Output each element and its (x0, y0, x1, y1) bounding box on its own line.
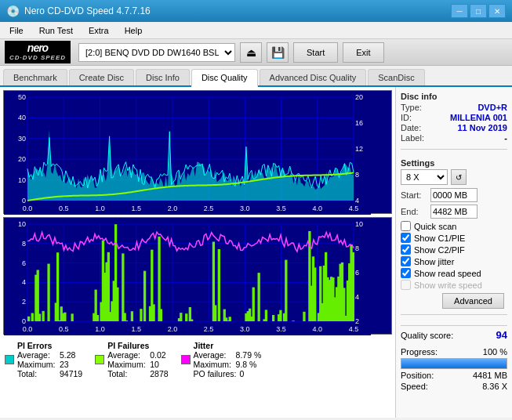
start-mb-input[interactable] (430, 188, 478, 202)
pi-failures-avg-row: Average: 0.02 (107, 350, 168, 360)
disc-type-label: Type: (401, 103, 422, 112)
position-label: Position: (401, 371, 434, 380)
speed-refresh-button[interactable]: ↺ (451, 169, 467, 185)
tab-bar: Benchmark Create Disc Disc Info Disc Qua… (0, 66, 512, 87)
pi-failures-avg-val: 0.02 (150, 350, 165, 360)
disc-info-title: Disc info (401, 92, 507, 101)
minimize-button[interactable]: ─ (451, 4, 468, 18)
disc-label-row: Label: - (401, 133, 507, 143)
show-c1pie-checkbox[interactable] (401, 233, 411, 243)
menu-file[interactable]: File (3, 24, 30, 37)
pi-errors-total-val: 94719 (60, 369, 82, 378)
jitter-max-val: 9.8 % (236, 360, 257, 369)
chart-top (3, 90, 392, 214)
pi-errors-label: PI Errors (17, 341, 82, 350)
jitter-avg-label: Average: (194, 350, 233, 360)
pi-errors-values: PI Errors Average: 5.28 Maximum: 23 Tota… (17, 341, 82, 378)
position-val: 4481 MB (473, 371, 507, 380)
jitter-max-row: Maximum: 9.8 % (194, 360, 262, 369)
menu-runtest[interactable]: Run Test (33, 24, 79, 37)
pi-failures-max-val: 10 (150, 360, 159, 369)
pi-errors-max-val: 23 (60, 360, 69, 369)
disc-id-row: ID: MILLENIA 001 (401, 113, 507, 122)
pi-errors-avg-val: 5.28 (60, 350, 75, 360)
show-write-speed-row: Show write speed (401, 280, 507, 290)
show-jitter-checkbox[interactable] (401, 256, 411, 266)
pi-failures-total-row: Total: 2878 (107, 369, 168, 378)
pi-failures-label: PI Failures (107, 341, 168, 350)
maximize-button[interactable]: □ (470, 4, 487, 18)
disc-date-val: 11 Nov 2019 (457, 123, 507, 132)
speed-select[interactable]: 8 X (401, 169, 448, 185)
disc-info-section: Disc info Type: DVD+R ID: MILLENIA 001 D… (401, 92, 507, 143)
eject-button[interactable]: ⏏ (240, 42, 262, 63)
menu-extra[interactable]: Extra (82, 24, 115, 37)
quick-scan-checkbox[interactable] (401, 221, 411, 231)
pi-errors-stat: PI Errors Average: 5.28 Maximum: 23 Tota… (5, 341, 82, 378)
chart-bottom (3, 217, 392, 335)
save-button[interactable]: 💾 (267, 42, 289, 63)
pi-failures-total-val: 2878 (150, 369, 168, 378)
jitter-max-label: Maximum: (194, 360, 233, 369)
show-c1pie-row: Show C1/PIE (401, 233, 507, 243)
show-c2pif-label: Show C2/PIF (414, 245, 465, 255)
progress-bar-container (401, 358, 507, 369)
titlebar-buttons: ─ □ ✕ (451, 4, 506, 18)
tab-advanced-disc-quality[interactable]: Advanced Disc Quality (260, 69, 367, 85)
start-button[interactable]: Start (293, 42, 338, 63)
disc-id-val: MILLENIA 001 (450, 113, 507, 122)
quality-score-label: Quality score: (401, 331, 453, 340)
po-failures-val: 0 (239, 369, 244, 378)
exit-button[interactable]: Exit (343, 42, 383, 63)
end-mb-row: End: (401, 205, 507, 219)
progress-section: Progress: 100 % Position: 4481 MB Speed:… (401, 347, 507, 393)
show-write-speed-label: Show write speed (414, 281, 482, 290)
pi-errors-legend (5, 355, 14, 364)
divider-2 (401, 314, 507, 315)
main-content: PI Errors Average: 5.28 Maximum: 23 Tota… (0, 87, 512, 418)
disc-type-row: Type: DVD+R (401, 103, 507, 112)
pi-errors-avg-row: Average: 5.28 (17, 350, 82, 360)
tab-scandisc[interactable]: ScanDisc (368, 69, 424, 85)
show-read-speed-checkbox[interactable] (401, 268, 411, 278)
jitter-label: Jitter (194, 341, 262, 350)
drive-select[interactable]: [2:0] BENQ DVD DD DW1640 BSLB (78, 43, 235, 62)
divider-1 (401, 149, 507, 150)
show-jitter-row: Show jitter (401, 256, 507, 266)
tab-benchmark[interactable]: Benchmark (3, 69, 67, 85)
po-failures-row: PO failures: 0 (194, 369, 262, 378)
close-button[interactable]: ✕ (488, 4, 506, 18)
progress-pct-row: Progress: 100 % (401, 347, 507, 357)
quick-scan-label: Quick scan (414, 222, 456, 231)
jitter-values: Jitter Average: 8.79 % Maximum: 9.8 % PO… (194, 341, 262, 378)
show-write-speed-checkbox[interactable] (401, 280, 411, 290)
disc-date-label: Date: (401, 123, 421, 132)
titlebar: 💿 Nero CD-DVD Speed 4.7.7.16 ─ □ ✕ (0, 0, 512, 22)
tab-create-disc[interactable]: Create Disc (69, 69, 134, 85)
toolbar: nero CD·DVD SPEED [2:0] BENQ DVD DD DW16… (0, 39, 512, 66)
progress-val: 100 % (483, 347, 507, 357)
start-mb-row: Start: (401, 188, 507, 202)
advanced-button[interactable]: Advanced (442, 293, 504, 309)
pi-failures-max-label: Maximum: (107, 360, 147, 369)
menu-help[interactable]: Help (118, 24, 149, 37)
tab-disc-info[interactable]: Disc Info (136, 69, 190, 85)
show-c2pif-checkbox[interactable] (401, 244, 411, 255)
show-c1pie-label: Show C1/PIE (414, 234, 465, 243)
speed-display-val: 8.36 X (482, 382, 507, 391)
end-mb-input[interactable] (430, 205, 478, 219)
pi-failures-values: PI Failures Average: 0.02 Maximum: 10 To… (107, 341, 168, 378)
advanced-btn-container: Advanced (401, 291, 507, 309)
start-mb-label: Start: (401, 190, 427, 200)
pi-failures-stat: PI Failures Average: 0.02 Maximum: 10 To… (95, 341, 168, 378)
tab-disc-quality[interactable]: Disc Quality (191, 69, 258, 87)
show-read-speed-label: Show read speed (414, 269, 481, 278)
disc-date-row: Date: 11 Nov 2019 (401, 123, 507, 132)
progress-bar-fill (401, 359, 507, 368)
po-failures-label: PO failures: (194, 369, 237, 378)
jitter-avg-val: 8.79 % (236, 350, 262, 360)
app-icon: 💿 (6, 5, 20, 17)
disc-type-val: DVD+R (478, 103, 507, 112)
show-c2pif-row: Show C2/PIF (401, 244, 507, 255)
pi-failures-legend (95, 355, 104, 364)
